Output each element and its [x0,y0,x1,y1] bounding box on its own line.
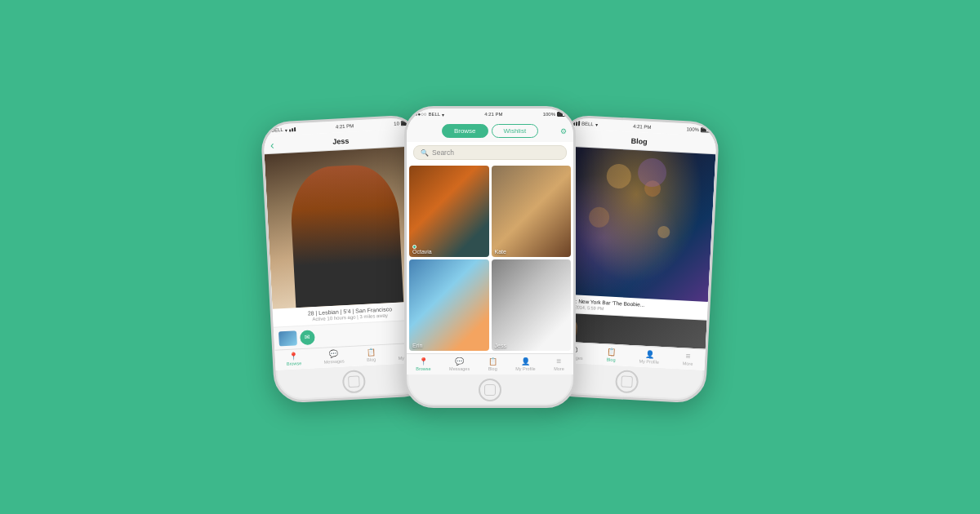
tab-blog-center[interactable]: 📋 Blog [488,357,497,371]
browse-label-center: Browse [416,366,430,371]
toggle-bar: Browse Wishlist ⚙ [407,120,573,142]
profile-photo-left [265,146,427,309]
time-right: 4:21 PM [633,124,652,130]
signal-bars-left [289,127,296,131]
grid-cell-erin[interactable]: Erin [409,259,489,351]
nav-title-right: Blog [630,136,647,145]
blog-icon-center: 📋 [488,357,497,366]
msg-thumbnail [278,330,297,346]
person-silhouette [288,163,403,308]
signal-bar-3 [294,127,296,131]
home-button-left[interactable] [341,370,365,393]
grid-cell-kate[interactable]: Kate [492,166,572,257]
more-label-right: More [683,361,693,366]
blog-label-center: Blog [488,366,497,371]
time-center: 4:21 PM [484,112,502,117]
messages-label-left: Messages [324,358,345,364]
filter-icon[interactable]: ⚙ [560,127,567,135]
time-left: 4:21 PM [336,123,354,129]
tab-blog-right[interactable]: 📋 Blog [606,348,616,362]
jelly-c3 [588,207,609,228]
battery-pct-left: 10 [394,121,399,126]
battery-icon-right [701,127,709,133]
more-icon-center: ≡ [557,357,562,366]
jelly-c1 [606,163,632,189]
browse-label-left: Browse [287,361,302,366]
messages-label-center: Messages [449,366,470,371]
messages-icon-center: 💬 [455,357,464,366]
jelly-c5 [637,157,667,188]
tab-bar-center: 📍 Browse 💬 Messages 📋 Blog 👤 My Profile … [407,353,573,374]
status-left: BELL ▾ [271,126,296,134]
blog-icon-right: 📋 [607,348,617,357]
search-bar[interactable]: 🔍 Search [413,145,567,160]
tab-messages-left[interactable]: 💬 Messages [323,349,345,364]
home-button-center[interactable] [479,379,501,401]
blog-icon-left: 📋 [366,348,376,357]
signal-bar-1 [289,129,291,131]
home-button-right[interactable] [614,370,638,393]
wifi-icon-left: ▾ [285,126,287,132]
profile-icon-right: 👤 [644,349,654,358]
profile-icon-center: 👤 [521,357,530,366]
tab-profile-right[interactable]: 👤 My Profile [639,349,659,364]
blog-hero-image [554,146,715,302]
grid-cell-octavia[interactable]: Octavia [409,166,489,257]
battery-icon-center [557,112,565,117]
profile-label-right: My Profile [639,358,659,364]
more-icon-right: ≡ [685,352,690,361]
profile-label-center: My Profile [515,366,535,371]
tab-messages-center[interactable]: 💬 Messages [449,357,470,371]
person-name-jess: Jess [495,343,506,348]
more-label-center: More [554,366,564,371]
carrier-left: BELL [271,127,283,133]
blog-label-left: Blog [367,357,376,362]
tab-profile-center[interactable]: 👤 My Profile [515,357,535,371]
browse-grid: Octavia Kate Erin Jess [407,163,573,353]
person-name-kate: Kate [495,249,506,255]
signal-bar-r4 [578,121,580,126]
search-icon: 🔍 [421,149,429,157]
browse-icon-center: 📍 [419,357,428,366]
phones-container: BELL ▾ 4:21 PM 10 ‹ Jess [0,0,980,514]
tab-more-center[interactable]: ≡ More [554,357,564,371]
screen-center: Browse Wishlist ⚙ 🔍 Search Octavia Kate [407,120,573,374]
battery-pct-center: 100% [543,112,555,117]
status-left-center: ●●○○ BELL ▾ [415,112,444,117]
tab-more-right[interactable]: ≡ More [683,351,693,366]
message-icon[interactable]: ✉ [300,330,315,345]
jelly-decoration [554,146,715,302]
battery-pct-right: 100% [686,126,699,132]
carrier-center: ●●○○ [415,112,427,117]
wifi-icon-center: ▾ [442,112,444,117]
person-name-octavia: Octavia [412,249,432,255]
search-placeholder: Search [432,148,454,157]
back-button-left[interactable]: ‹ [270,138,275,151]
jelly-c4 [657,225,670,238]
browse-toggle[interactable]: Browse [442,124,488,138]
tab-browse-left[interactable]: 📍 Browse [286,352,301,366]
wifi-icon-right: ▾ [595,122,598,127]
grid-cell-jess[interactable]: Jess [492,259,572,351]
signal-bar-2 [292,128,293,131]
tab-blog-left[interactable]: 📋 Blog [366,348,376,362]
phone-center: ●●○○ BELL ▾ 4:21 PM 100% Browse Wishlist… [404,106,576,408]
tab-browse-center[interactable]: 📍 Browse [416,357,430,371]
carrier-name-center: BELL [429,112,441,117]
signal-bar-r3 [576,122,577,126]
status-right-right: 100% [686,126,709,132]
person-name-erin: Erin [412,343,422,348]
messages-icon-left: 💬 [329,350,339,359]
status-left-right: BELL ▾ [571,120,598,127]
nav-title-left: Jess [332,136,350,145]
status-bar-center: ●●○○ BELL ▾ 4:21 PM 100% [407,109,573,120]
browse-icon-left: 📍 [289,352,299,361]
status-right-center: 100% [543,112,565,117]
wishlist-toggle[interactable]: Wishlist [492,124,539,138]
carrier-right: BELL [581,121,594,126]
blog-label-right: Blog [606,357,615,362]
